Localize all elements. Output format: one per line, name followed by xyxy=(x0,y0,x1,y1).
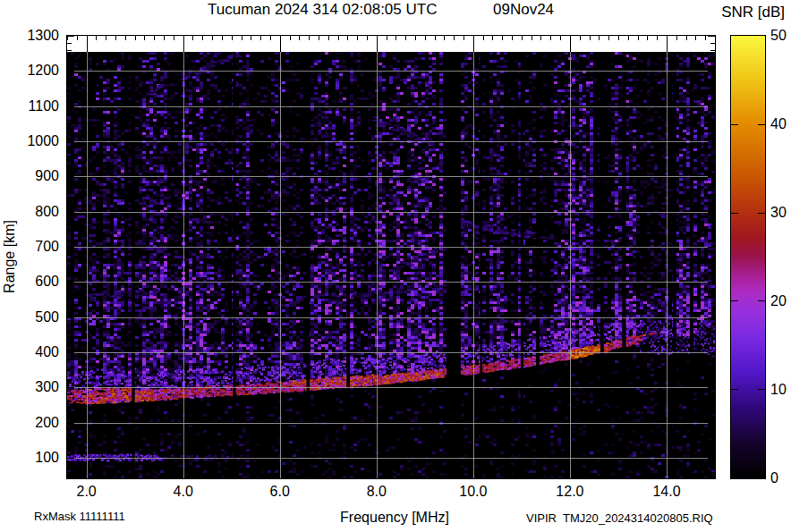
ionogram-canvas xyxy=(67,36,715,478)
page-title-date: 09Nov24 xyxy=(493,1,554,19)
ionogram-page: Tucuman 2024 314 02:08:05 UTC 09Nov24 SN… xyxy=(0,0,791,532)
y-tick-label: 1100 xyxy=(13,98,59,114)
colorbar-tick-label: 20 xyxy=(770,293,787,309)
y-tick-label: 1200 xyxy=(13,63,59,79)
y-tick-label: 500 xyxy=(13,309,59,325)
y-tick-label: 100 xyxy=(13,450,59,466)
colorbar-tick-label: 10 xyxy=(770,382,787,398)
y-tick-label: 200 xyxy=(13,415,59,431)
colorbar-label: SNR [dB] xyxy=(677,4,785,21)
page-title: Tucuman 2024 314 02:08:05 UTC xyxy=(208,1,437,19)
y-tick-label: 400 xyxy=(13,344,59,360)
y-tick-label: 1300 xyxy=(13,28,59,44)
y-tick-label: 900 xyxy=(13,168,59,184)
y-tick-label: 1000 xyxy=(13,133,59,149)
y-tick-label: 700 xyxy=(13,239,59,255)
ionogram-plot-area xyxy=(66,35,716,479)
x-axis-label: Frequency [MHz] xyxy=(305,510,484,526)
colorbar-canvas xyxy=(731,36,765,478)
x-tick-label: 2.0 xyxy=(62,484,112,500)
data-file-text: VIPIR TMJ20_2024314020805.RIQ xyxy=(526,511,713,525)
y-tick-label: 600 xyxy=(13,274,59,290)
snr-colorbar xyxy=(730,35,766,479)
y-tick-label: 800 xyxy=(13,204,59,220)
x-tick-label: 10.0 xyxy=(448,484,498,500)
colorbar-tick-label: 40 xyxy=(770,116,787,132)
colorbar-tick-label: 30 xyxy=(770,205,787,221)
x-tick-label: 4.0 xyxy=(158,484,208,500)
x-tick-label: 8.0 xyxy=(352,484,402,500)
x-tick-label: 6.0 xyxy=(255,484,305,500)
colorbar-tick-label: 0 xyxy=(770,470,778,486)
colorbar-tick-label: 50 xyxy=(770,28,787,44)
x-tick-label: 12.0 xyxy=(545,484,595,500)
rxmask-text: RxMask 11111111 xyxy=(34,510,125,523)
x-tick-label: 14.0 xyxy=(642,484,692,500)
y-tick-label: 300 xyxy=(13,379,59,395)
